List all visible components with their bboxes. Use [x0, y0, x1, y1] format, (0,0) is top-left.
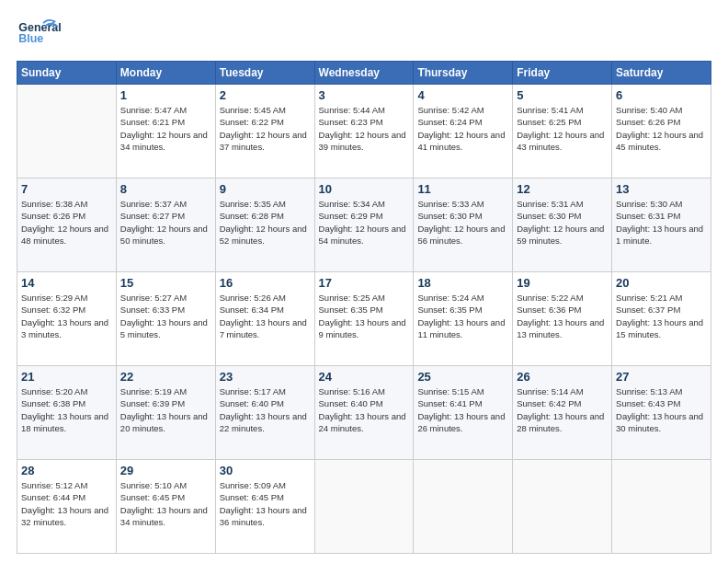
calendar-cell: 24Sunrise: 5:16 AM Sunset: 6:40 PM Dayli…	[314, 366, 414, 460]
day-number: 15	[120, 276, 211, 290]
weekday-header-friday: Friday	[513, 62, 612, 85]
week-row-5: 28Sunrise: 5:12 AM Sunset: 6:44 PM Dayli…	[17, 460, 711, 554]
calendar-table: SundayMondayTuesdayWednesdayThursdayFrid…	[17, 61, 711, 554]
day-info: Sunrise: 5:33 AM Sunset: 6:30 PM Dayligh…	[417, 198, 508, 247]
day-number: 30	[220, 464, 311, 477]
day-info: Sunrise: 5:40 AM Sunset: 6:26 PM Dayligh…	[616, 104, 707, 153]
day-number: 11	[417, 182, 508, 196]
calendar-cell	[513, 460, 612, 554]
calendar-cell: 28Sunrise: 5:12 AM Sunset: 6:44 PM Dayli…	[17, 460, 117, 554]
calendar-cell: 21Sunrise: 5:20 AM Sunset: 6:38 PM Dayli…	[17, 366, 117, 460]
day-info: Sunrise: 5:42 AM Sunset: 6:24 PM Dayligh…	[417, 104, 508, 153]
day-number: 20	[616, 276, 707, 290]
calendar-cell: 23Sunrise: 5:17 AM Sunset: 6:40 PM Dayli…	[215, 366, 314, 460]
day-info: Sunrise: 5:09 AM Sunset: 6:45 PM Dayligh…	[220, 479, 311, 528]
day-info: Sunrise: 5:29 AM Sunset: 6:32 PM Dayligh…	[21, 292, 112, 340]
day-number: 5	[517, 88, 608, 102]
calendar-cell: 29Sunrise: 5:10 AM Sunset: 6:45 PM Dayli…	[116, 460, 215, 554]
calendar-cell: 14Sunrise: 5:29 AM Sunset: 6:32 PM Dayli…	[17, 272, 117, 366]
calendar-cell	[414, 460, 513, 554]
week-row-1: 1Sunrise: 5:47 AM Sunset: 6:21 PM Daylig…	[17, 85, 711, 178]
calendar-cell: 11Sunrise: 5:33 AM Sunset: 6:30 PM Dayli…	[414, 178, 513, 272]
calendar-cell	[612, 460, 711, 554]
day-info: Sunrise: 5:14 AM Sunset: 6:42 PM Dayligh…	[517, 385, 608, 434]
day-info: Sunrise: 5:21 AM Sunset: 6:37 PM Dayligh…	[616, 292, 707, 340]
day-info: Sunrise: 5:30 AM Sunset: 6:31 PM Dayligh…	[616, 198, 707, 247]
week-row-3: 14Sunrise: 5:29 AM Sunset: 6:32 PM Dayli…	[17, 272, 711, 366]
day-info: Sunrise: 5:13 AM Sunset: 6:43 PM Dayligh…	[616, 385, 707, 434]
week-row-2: 7Sunrise: 5:38 AM Sunset: 6:26 PM Daylig…	[17, 178, 711, 272]
calendar-cell: 19Sunrise: 5:22 AM Sunset: 6:36 PM Dayli…	[513, 272, 612, 366]
weekday-header-wednesday: Wednesday	[314, 62, 414, 85]
day-number: 21	[21, 370, 112, 384]
day-number: 1	[120, 88, 211, 102]
day-number: 12	[517, 182, 608, 196]
day-info: Sunrise: 5:41 AM Sunset: 6:25 PM Dayligh…	[517, 104, 608, 153]
day-info: Sunrise: 5:37 AM Sunset: 6:27 PM Dayligh…	[120, 198, 211, 247]
day-number: 17	[319, 276, 410, 290]
weekday-header-row: SundayMondayTuesdayWednesdayThursdayFrid…	[17, 62, 711, 85]
day-info: Sunrise: 5:15 AM Sunset: 6:41 PM Dayligh…	[417, 385, 508, 434]
day-number: 25	[417, 370, 508, 384]
calendar-cell: 5Sunrise: 5:41 AM Sunset: 6:25 PM Daylig…	[513, 85, 612, 178]
calendar-cell: 15Sunrise: 5:27 AM Sunset: 6:33 PM Dayli…	[116, 272, 215, 366]
day-info: Sunrise: 5:27 AM Sunset: 6:33 PM Dayligh…	[120, 292, 211, 340]
day-number: 29	[120, 464, 211, 477]
week-row-4: 21Sunrise: 5:20 AM Sunset: 6:38 PM Dayli…	[17, 366, 711, 460]
day-info: Sunrise: 5:31 AM Sunset: 6:30 PM Dayligh…	[517, 198, 608, 247]
calendar-cell: 25Sunrise: 5:15 AM Sunset: 6:41 PM Dayli…	[414, 366, 513, 460]
calendar-cell: 26Sunrise: 5:14 AM Sunset: 6:42 PM Dayli…	[513, 366, 612, 460]
calendar-cell: 8Sunrise: 5:37 AM Sunset: 6:27 PM Daylig…	[116, 178, 215, 272]
day-number: 14	[21, 276, 112, 290]
day-info: Sunrise: 5:38 AM Sunset: 6:26 PM Dayligh…	[21, 198, 112, 247]
day-number: 28	[21, 464, 112, 477]
weekday-header-sunday: Sunday	[17, 62, 117, 85]
day-number: 24	[319, 370, 410, 384]
day-info: Sunrise: 5:25 AM Sunset: 6:35 PM Dayligh…	[319, 292, 410, 340]
day-number: 8	[120, 182, 211, 196]
calendar-cell: 30Sunrise: 5:09 AM Sunset: 6:45 PM Dayli…	[215, 460, 314, 554]
day-number: 19	[517, 276, 608, 290]
day-info: Sunrise: 5:45 AM Sunset: 6:22 PM Dayligh…	[220, 104, 311, 153]
day-number: 23	[220, 370, 311, 384]
day-info: Sunrise: 5:24 AM Sunset: 6:35 PM Dayligh…	[417, 292, 508, 340]
day-number: 16	[220, 276, 311, 290]
calendar-cell: 6Sunrise: 5:40 AM Sunset: 6:26 PM Daylig…	[612, 85, 711, 178]
day-number: 4	[417, 88, 508, 102]
calendar-cell: 7Sunrise: 5:38 AM Sunset: 6:26 PM Daylig…	[17, 178, 117, 272]
day-number: 22	[120, 370, 211, 384]
day-info: Sunrise: 5:12 AM Sunset: 6:44 PM Dayligh…	[21, 479, 112, 528]
day-number: 7	[21, 182, 112, 196]
calendar-cell: 2Sunrise: 5:45 AM Sunset: 6:22 PM Daylig…	[215, 85, 314, 178]
calendar-cell: 3Sunrise: 5:44 AM Sunset: 6:23 PM Daylig…	[314, 85, 414, 178]
day-number: 3	[319, 88, 410, 102]
calendar-cell	[314, 460, 414, 554]
calendar-cell: 20Sunrise: 5:21 AM Sunset: 6:37 PM Dayli…	[612, 272, 711, 366]
calendar-cell	[17, 85, 117, 178]
calendar-cell: 9Sunrise: 5:35 AM Sunset: 6:28 PM Daylig…	[215, 178, 314, 272]
logo: General Blue	[17, 17, 63, 53]
calendar-cell: 27Sunrise: 5:13 AM Sunset: 6:43 PM Dayli…	[612, 366, 711, 460]
weekday-header-tuesday: Tuesday	[215, 62, 314, 85]
calendar-cell: 16Sunrise: 5:26 AM Sunset: 6:34 PM Dayli…	[215, 272, 314, 366]
header: General Blue	[17, 17, 711, 53]
day-number: 27	[616, 370, 707, 384]
calendar-cell: 12Sunrise: 5:31 AM Sunset: 6:30 PM Dayli…	[513, 178, 612, 272]
day-number: 26	[517, 370, 608, 384]
day-number: 13	[616, 182, 707, 196]
weekday-header-monday: Monday	[116, 62, 215, 85]
day-number: 18	[417, 276, 508, 290]
day-info: Sunrise: 5:22 AM Sunset: 6:36 PM Dayligh…	[517, 292, 608, 340]
day-number: 9	[220, 182, 311, 196]
logo-icon: General Blue	[17, 17, 63, 53]
calendar-cell: 4Sunrise: 5:42 AM Sunset: 6:24 PM Daylig…	[414, 85, 513, 178]
day-number: 10	[319, 182, 410, 196]
calendar-cell: 18Sunrise: 5:24 AM Sunset: 6:35 PM Dayli…	[414, 272, 513, 366]
weekday-header-saturday: Saturday	[612, 62, 711, 85]
day-info: Sunrise: 5:17 AM Sunset: 6:40 PM Dayligh…	[220, 385, 311, 434]
day-number: 6	[616, 88, 707, 102]
day-info: Sunrise: 5:35 AM Sunset: 6:28 PM Dayligh…	[220, 198, 311, 247]
weekday-header-thursday: Thursday	[414, 62, 513, 85]
calendar-cell: 10Sunrise: 5:34 AM Sunset: 6:29 PM Dayli…	[314, 178, 414, 272]
day-info: Sunrise: 5:10 AM Sunset: 6:45 PM Dayligh…	[120, 479, 211, 528]
